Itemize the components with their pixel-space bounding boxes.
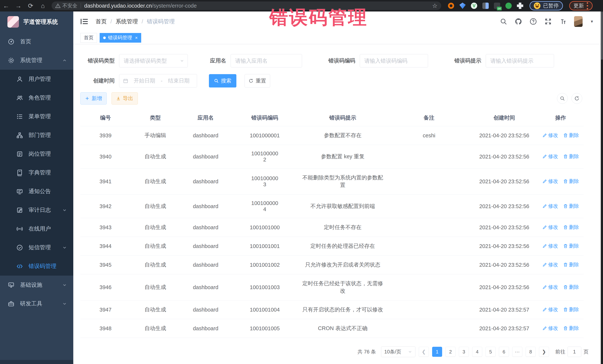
delete-link[interactable]: 删除: [563, 243, 579, 249]
fullscreen-icon[interactable]: [544, 18, 552, 25]
extension-orange-ring-icon[interactable]: [448, 3, 454, 9]
sidebar-item-error-code[interactable]: 错误码管理: [0, 257, 73, 276]
delete-link[interactable]: 删除: [563, 261, 579, 268]
browser-profile-button[interactable]: 已暂停: [530, 1, 563, 10]
edit-link[interactable]: 修改: [542, 284, 558, 290]
tag-home[interactable]: 首页: [80, 33, 97, 43]
sidebar-item-system[interactable]: 系统管理: [0, 51, 73, 70]
extension-blue-gem-icon[interactable]: [459, 3, 466, 9]
edit-link[interactable]: 修改: [542, 243, 558, 249]
delete-link[interactable]: 删除: [563, 284, 579, 290]
page-size-select[interactable]: 10条/页: [381, 346, 416, 357]
delete-link[interactable]: 删除: [563, 306, 579, 313]
collapse-sidebar-icon[interactable]: [80, 18, 89, 25]
error-code-input[interactable]: [360, 54, 428, 67]
browser-reload-icon[interactable]: ⟳: [24, 2, 37, 10]
page-button-5[interactable]: 5: [486, 347, 496, 357]
page-scrollbar[interactable]: [601, 11, 603, 364]
add-button[interactable]: 新增: [80, 92, 107, 105]
edit-link[interactable]: 修改: [542, 306, 558, 313]
error-hint-field[interactable]: [486, 54, 554, 67]
app-name-input[interactable]: [231, 54, 302, 67]
page-button-4[interactable]: 4: [472, 347, 482, 357]
refresh-table-button[interactable]: [571, 93, 582, 104]
prev-page-button[interactable]: ❮: [419, 347, 429, 357]
sidebar-item-infrastructure[interactable]: 基础设施: [0, 276, 73, 294]
export-button[interactable]: 导出: [112, 92, 138, 105]
browser-forward-icon[interactable]: →: [12, 2, 24, 10]
browser-back-icon[interactable]: ←: [0, 2, 12, 10]
cell-time: 2021-04-20 23:52:56: [471, 274, 538, 300]
reset-button[interactable]: 重置: [244, 74, 270, 88]
error-hint-input[interactable]: [486, 54, 554, 67]
font-size-icon[interactable]: [559, 18, 567, 25]
sidebar-item-announcements[interactable]: 通知公告: [0, 182, 73, 201]
error-type-select[interactable]: [119, 54, 188, 67]
edit-link[interactable]: 修改: [542, 224, 558, 231]
tag-close-icon[interactable]: ×: [135, 35, 138, 40]
extension-vue-devtools-icon[interactable]: V: [471, 3, 477, 9]
sidebar-item-online-users[interactable]: 在线用户: [0, 220, 73, 238]
delete-link[interactable]: 删除: [563, 203, 579, 210]
delete-link[interactable]: 删除: [563, 325, 579, 331]
breadcrumb-system[interactable]: 系统管理: [116, 18, 138, 25]
bookmark-star-icon[interactable]: ☆: [432, 2, 438, 9]
browser-home-icon[interactable]: ⌂: [37, 2, 49, 10]
error-type-select-input[interactable]: [119, 54, 180, 67]
delete-link[interactable]: 删除: [563, 224, 579, 231]
page-button-8[interactable]: 8: [526, 347, 536, 357]
sidebar-item-label: 用户管理: [29, 75, 67, 83]
goto-page-input[interactable]: [568, 347, 581, 357]
sidebar-item-sms[interactable]: 短信管理: [0, 238, 73, 257]
edit-link[interactable]: 修改: [542, 153, 558, 160]
edit-link[interactable]: 修改: [542, 203, 558, 210]
page-button-2[interactable]: 2: [445, 347, 455, 357]
edit-link[interactable]: 修改: [542, 178, 558, 185]
edit-link[interactable]: 修改: [542, 325, 558, 331]
delete-link[interactable]: 删除: [563, 132, 579, 139]
sidebar-item-menus[interactable]: 菜单管理: [0, 107, 73, 126]
extensions-puzzle-icon[interactable]: [517, 3, 523, 9]
delete-link[interactable]: 删除: [563, 153, 579, 160]
avatar-caret-icon[interactable]: ▼: [590, 20, 594, 24]
tag-error-code[interactable]: 错误码管理 ×: [100, 33, 141, 43]
sidebar-item-posts[interactable]: 岗位管理: [0, 144, 73, 163]
sidebar-collapse-bar[interactable]: [0, 360, 73, 364]
search-button[interactable]: 搜索: [209, 74, 236, 88]
extension-tab-manager-icon[interactable]: [494, 3, 500, 9]
next-page-button[interactable]: ❯: [539, 347, 549, 357]
github-icon[interactable]: [515, 18, 522, 25]
edit-link[interactable]: 修改: [542, 261, 558, 268]
not-secure-warning[interactable]: 不安全: [55, 2, 77, 9]
toggle-search-button[interactable]: [557, 93, 568, 104]
create-time-range-picker[interactable]: 开始日期 - 结束日期: [119, 74, 197, 88]
sidebar-item-users[interactable]: 用户管理: [0, 70, 73, 88]
app-logo-row[interactable]: 芋道管理系统: [0, 11, 73, 32]
browser-menu-icon[interactable]: •••: [587, 1, 588, 10]
page-button-6[interactable]: 6: [499, 347, 509, 357]
page-button-3[interactable]: 3: [459, 347, 469, 357]
page-ellipsis[interactable]: ···: [512, 347, 522, 357]
sidebar-item-home[interactable]: 首页: [0, 32, 73, 51]
cell-app: dashboard: [180, 145, 231, 168]
error-code-field[interactable]: [360, 54, 428, 67]
browser-update-button[interactable]: 更新 •••: [569, 1, 593, 10]
sidebar-item-dev-tools[interactable]: 研发工具: [0, 294, 73, 313]
extension-green-icon[interactable]: [505, 3, 512, 9]
help-icon[interactable]: [530, 18, 537, 25]
delete-link[interactable]: 删除: [563, 178, 579, 185]
user-avatar[interactable]: [574, 16, 583, 27]
breadcrumb-home[interactable]: 首页: [95, 18, 107, 25]
sidebar-item-dictionary[interactable]: 字典管理: [0, 163, 73, 182]
sidebar-item-audit-log[interactable]: 审计日志: [0, 201, 73, 220]
page-button-1[interactable]: 1: [432, 347, 442, 357]
search-icon[interactable]: [500, 18, 507, 25]
address-bar[interactable]: 不安全 dashboard.yudao.iocoder.cn/system/er…: [52, 1, 441, 10]
sidebar-item-roles[interactable]: 角色管理: [0, 88, 73, 107]
app-name-field[interactable]: [231, 54, 302, 67]
sidebar-item-departments[interactable]: 部门管理: [0, 126, 73, 144]
scrollbar-thumb[interactable]: [601, 11, 603, 60]
edit-link[interactable]: 修改: [542, 132, 558, 139]
cell-remark: [387, 195, 471, 218]
extension-grid-icon[interactable]: [482, 3, 489, 9]
